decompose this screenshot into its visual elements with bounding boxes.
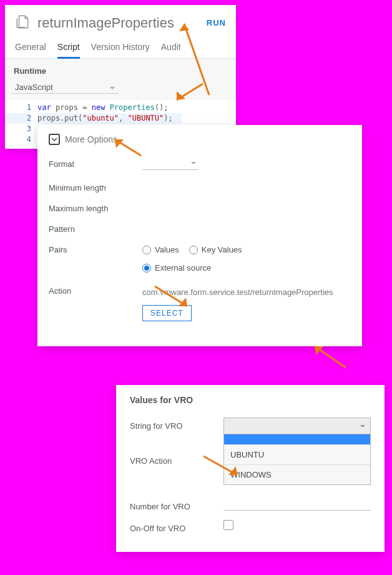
maxlen-label: Maximum length [49,204,142,213]
runtime-label: Runtime [14,66,227,76]
vro-form-panel: Values for VRO String for VRO UBUNTU WIN… [116,385,385,552]
more-options-panel: More Options Format Minimum length Maxim… [37,125,362,346]
action-path: com.vmware.form.service.test/returnImage… [142,286,351,299]
radio-values[interactable]: Values [142,245,179,254]
number-vro-label: Number for VRO [130,498,223,511]
tab-version-history[interactable]: Version History [91,38,150,58]
minlen-label: Minimum length [49,183,142,192]
runtime-section: Runtime JavaScript [5,59,236,100]
svg-line-8 [315,346,346,368]
select-button[interactable]: SELECT [142,305,192,321]
format-select[interactable] [142,156,198,170]
number-vro-input[interactable] [223,498,371,511]
dropdown-item-ubuntu[interactable]: UBUNTU [224,444,370,464]
pattern-label: Pattern [49,224,142,234]
run-button[interactable]: RUN [207,18,226,28]
string-vro-label: String for VRO [130,418,223,431]
onoff-vro-label: On-Off for VRO [130,520,223,533]
tab-general[interactable]: General [15,38,46,58]
runtime-select[interactable]: JavaScript [12,81,119,94]
dropdown-item-selected[interactable] [224,434,370,444]
pairs-label: Pairs [49,245,142,254]
svg-marker-9 [315,346,323,355]
vro-title: Values for VRO [130,395,371,405]
vro-action-label: VRO Action [130,452,223,466]
code-gutter: 1 2 3 4 [5,100,37,149]
onoff-vro-checkbox[interactable] [223,520,233,530]
radio-external-source[interactable]: External source [142,263,211,272]
string-vro-select[interactable] [223,418,371,434]
tab-script[interactable]: Script [57,38,80,59]
radio-key-values[interactable]: Key Values [189,245,242,254]
expand-toggle[interactable] [49,134,60,145]
annotation-arrow [308,342,352,373]
more-options-title: More Options [65,134,117,144]
action-label: Action [49,286,142,296]
format-label: Format [49,159,142,169]
dropdown-item-windows[interactable]: WINDOWS [224,464,370,484]
string-vro-dropdown-list: UBUNTU WINDOWS [223,434,371,485]
action-doc-icon [15,14,31,32]
page-title: returnImageProperties [37,15,200,31]
tab-audit[interactable]: Audit [161,38,181,58]
